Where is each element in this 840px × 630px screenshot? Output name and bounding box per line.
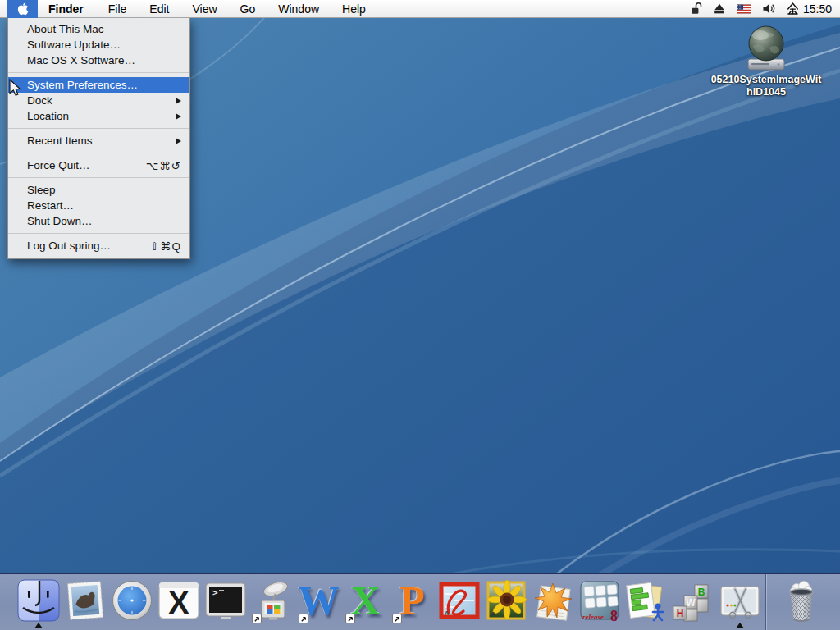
dock-powerpoint[interactable]: P bbox=[389, 574, 436, 630]
svg-text:>: > bbox=[212, 587, 218, 598]
trash-full-icon bbox=[780, 579, 823, 623]
menubar-status-area: 15:50 bbox=[690, 2, 840, 16]
dock-finder[interactable] bbox=[15, 574, 62, 630]
apple-menu-dropdown: About This Mac Software Update… Mac OS X… bbox=[7, 18, 190, 259]
menu-separator bbox=[8, 72, 189, 73]
dock-terminal[interactable]: > bbox=[202, 574, 249, 630]
running-indicator bbox=[34, 623, 43, 628]
svg-text:H: H bbox=[676, 608, 683, 619]
grab-scissors-icon bbox=[719, 579, 761, 622]
menu-separator bbox=[8, 128, 189, 129]
dock-x11[interactable]: X bbox=[155, 574, 202, 630]
menu-item-shut-down[interactable]: Shut Down… bbox=[8, 213, 189, 229]
menu-bar: Finder File Edit View Go Window Help bbox=[0, 0, 840, 18]
svg-text:release: release bbox=[582, 613, 604, 621]
dock-statistics-app[interactable] bbox=[623, 574, 669, 630]
volume-label: 05210SystemImageWit hID1045 bbox=[711, 74, 822, 98]
dock-mathematica[interactable] bbox=[529, 574, 576, 630]
svg-text:W: W bbox=[686, 597, 696, 609]
dock-divider bbox=[765, 574, 766, 630]
dock-release8-app[interactable]: release 8 bbox=[576, 574, 623, 630]
menu-item-software-update[interactable]: Software Update… bbox=[8, 37, 189, 52]
alias-arrow-badge bbox=[299, 614, 308, 623]
alias-arrow-badge bbox=[252, 614, 262, 623]
shortcut-log-out: ⇧⌘Q bbox=[150, 240, 181, 253]
safari-compass-icon bbox=[111, 579, 153, 622]
menubar-go[interactable]: Go bbox=[229, 0, 267, 18]
unlock-icon[interactable] bbox=[690, 2, 702, 16]
bar-chart-figure-icon bbox=[625, 579, 668, 622]
menu-item-sleep[interactable]: Sleep bbox=[8, 182, 189, 198]
menu-item-macosx-software[interactable]: Mac OS X Software… bbox=[8, 52, 189, 68]
menubar-window[interactable]: Window bbox=[267, 0, 331, 18]
x11-icon: X bbox=[158, 579, 200, 622]
dock-trash[interactable] bbox=[773, 574, 830, 630]
dock-photo-album[interactable]: A bbox=[482, 574, 529, 630]
clock-day-kanji bbox=[787, 2, 799, 15]
menu-separator bbox=[8, 233, 189, 234]
menu-item-location[interactable]: Location bbox=[8, 108, 189, 124]
dock-word[interactable]: W bbox=[295, 574, 342, 630]
submenu-arrow-icon bbox=[176, 138, 181, 144]
menu-item-dock[interactable]: Dock bbox=[8, 93, 189, 108]
apple-logo-icon bbox=[16, 2, 29, 16]
dock-acrobat[interactable]: A bbox=[436, 574, 482, 630]
dock-excel[interactable]: X bbox=[342, 574, 389, 630]
desktop-volume-system-image[interactable]: 05210SystemImageWit hID1045 bbox=[696, 25, 836, 98]
sunflower-icon: A bbox=[485, 579, 527, 622]
finder-icon bbox=[17, 579, 60, 622]
menu-item-force-quit[interactable]: Force Quit…⌥⌘↺ bbox=[8, 158, 189, 173]
menu-separator bbox=[8, 177, 189, 178]
submenu-arrow-icon bbox=[176, 113, 181, 120]
shortcut-force-quit: ⌥⌘↺ bbox=[146, 159, 181, 172]
menubar-help[interactable]: Help bbox=[331, 0, 377, 18]
clock-time: 15:50 bbox=[803, 2, 832, 16]
terminal-icon: > bbox=[204, 579, 247, 622]
alias-arrow-badge bbox=[392, 614, 402, 623]
mathematica-spikey-icon bbox=[532, 579, 574, 622]
menu-item-recent-items[interactable]: Recent Items bbox=[8, 133, 189, 148]
dock-mail[interactable] bbox=[62, 574, 108, 630]
submenu-arrow-icon bbox=[176, 98, 181, 104]
svg-text:8: 8 bbox=[610, 608, 618, 622]
menu-separator bbox=[8, 153, 189, 153]
mail-stamp-icon bbox=[64, 579, 107, 622]
running-indicator bbox=[736, 623, 744, 628]
menu-item-restart[interactable]: Restart… bbox=[8, 198, 189, 213]
svg-text:A: A bbox=[491, 611, 495, 617]
menu-item-system-preferences[interactable]: System Preferences… bbox=[8, 77, 189, 93]
network-disk-globe-icon bbox=[742, 25, 791, 72]
acrobat-icon: A bbox=[438, 579, 481, 622]
svg-text:X: X bbox=[168, 586, 189, 620]
eject-icon[interactable] bbox=[713, 2, 726, 15]
dock-remote-desktop[interactable] bbox=[249, 574, 295, 630]
menubar-app-finder[interactable]: Finder bbox=[38, 0, 97, 18]
hwb-blocks-icon: H W B bbox=[672, 579, 714, 622]
dock: X > bbox=[0, 573, 840, 630]
menubar-edit[interactable]: Edit bbox=[138, 0, 180, 18]
menubar-view[interactable]: View bbox=[180, 0, 228, 18]
menu-item-about-this-mac[interactable]: About This Mac bbox=[8, 21, 189, 37]
mouse-cursor-arrow bbox=[9, 79, 22, 97]
alias-arrow-badge bbox=[345, 614, 355, 623]
dock-grab[interactable] bbox=[716, 574, 763, 630]
dock-hwb-app[interactable]: H W B bbox=[669, 574, 716, 630]
us-flag-input-menu-icon[interactable] bbox=[737, 4, 751, 14]
menubar-file[interactable]: File bbox=[97, 0, 139, 18]
menu-item-log-out[interactable]: Log Out spring…⇧⌘Q bbox=[8, 238, 189, 253]
release8-tiles-icon: release 8 bbox=[578, 579, 621, 622]
volume-icon[interactable] bbox=[762, 2, 776, 15]
menubar-clock[interactable]: 15:50 bbox=[787, 2, 832, 16]
apple-menu-button[interactable] bbox=[7, 0, 38, 18]
svg-text:B: B bbox=[697, 587, 705, 598]
svg-text:A: A bbox=[445, 610, 449, 616]
dock-safari[interactable] bbox=[108, 574, 155, 630]
